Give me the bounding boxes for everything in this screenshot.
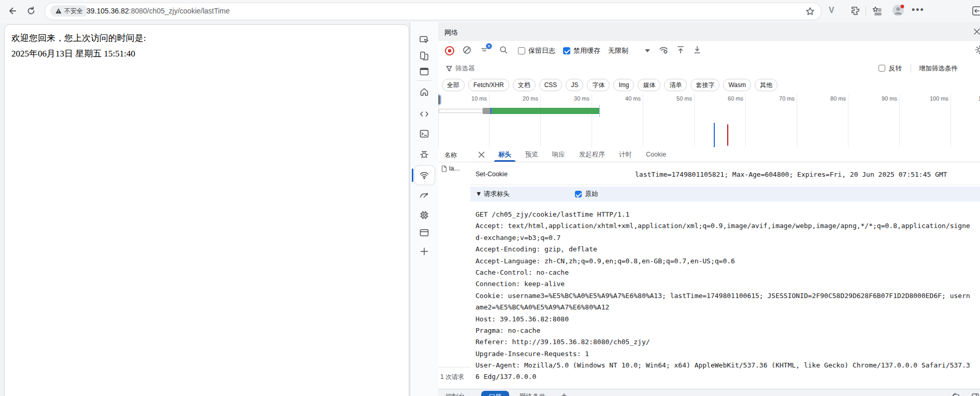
clear-button[interactable]	[463, 46, 471, 56]
filter-chip[interactable]: CSS	[539, 79, 563, 91]
drawer-tab-issues[interactable]: 问题	[481, 391, 509, 396]
record-button[interactable]	[445, 46, 454, 55]
inspect-element-icon[interactable]	[418, 34, 430, 46]
favorites-icon[interactable]	[871, 5, 883, 19]
drawer-toolbar-icon-1[interactable]	[951, 392, 960, 396]
sidebar-toggle-icon[interactable]	[972, 5, 980, 19]
grid-line	[950, 94, 951, 147]
filter-chip[interactable]: 媒体	[638, 79, 660, 91]
page-background: 欢迎您回来，您上次访问的时间是: 2025年06月13日 星期五 15:51:4…	[0, 22, 410, 396]
memory-chip-icon[interactable]	[418, 209, 430, 221]
settings-gear-icon[interactable]	[974, 45, 980, 57]
debugger-bug-icon[interactable]	[418, 148, 430, 161]
filter-chip[interactable]: 全部	[442, 79, 465, 91]
export-har-icon[interactable]	[693, 45, 702, 56]
request-count-label: 1 次请求	[440, 373, 464, 381]
preserve-log-label[interactable]: 保留日志	[528, 46, 555, 55]
detail-tab-bar: 标头 预览 响应 发起程序 计时 Cookie	[470, 147, 980, 162]
filter-chip[interactable]: Fetch/XHR	[468, 79, 509, 91]
drawer-add-tab-icon[interactable]: +	[561, 390, 567, 396]
request-headers-title[interactable]: ▼ 请求标头	[475, 190, 510, 199]
preserve-log-checkbox[interactable]	[518, 47, 525, 54]
throttle-caret-icon[interactable]	[645, 49, 650, 52]
network-overview-timeline[interactable]: 10 ms 20 ms 30 ms 40 ms 50 ms 60 ms 70 m…	[438, 94, 980, 148]
raw-header-line: 6 Edg/137.0.0.0	[475, 371, 979, 383]
raw-headers-label[interactable]: 原始	[585, 190, 598, 199]
web-page-content: 欢迎您回来，您上次访问的时间是: 2025年06月13日 星期五 15:51:4…	[4, 24, 409, 396]
refresh-icon[interactable]	[26, 6, 36, 18]
raw-request-headers: GET /ch05_zjy/cookie/lastTime HTTP/1.1Ac…	[475, 209, 979, 383]
activity-bar-divider	[417, 80, 431, 81]
drawer-tab-console[interactable]: 控制台	[445, 392, 465, 396]
filter-chip[interactable]: 清单	[664, 79, 687, 91]
devtools-close-icon[interactable]	[972, 27, 980, 38]
request-bar-stalled	[483, 108, 490, 114]
search-icon[interactable]	[499, 46, 508, 56]
tab-preview[interactable]: 预览	[525, 147, 538, 162]
devtools-drawer-bar: 控制台 问题 网络条件 +	[438, 389, 980, 396]
filter-chip[interactable]: 文档	[513, 79, 536, 91]
tab-initiator[interactable]: 发起程序	[579, 147, 605, 162]
browser-tab-icon[interactable]	[418, 65, 430, 78]
name-column-header[interactable]: 名称	[438, 147, 470, 162]
network-conditions-icon[interactable]	[658, 45, 669, 57]
bookmark-star-icon[interactable]	[805, 7, 815, 18]
network-panel-title[interactable]: 网络	[444, 28, 458, 37]
network-wifi-icon[interactable]	[418, 169, 430, 181]
filter-chip[interactable]: 其他	[755, 79, 777, 91]
url-text[interactable]: 39.105.36.82:8080/ch05_zjy/cookie/lastTi…	[87, 7, 230, 15]
drawer-toolbar-icon-2[interactable]	[971, 392, 980, 396]
raw-header-line: Accept-Language: zh-CN,zh;q=0.9,en;q=0.8…	[475, 256, 979, 267]
filter-chip[interactable]: JS	[566, 79, 583, 91]
raw-header-line: Cache-Control: no-cache	[475, 267, 979, 278]
raw-header-line: Pragma: no-cache	[475, 325, 979, 336]
request-headers-section-header[interactable]: ▼ 请求标头 原始	[470, 187, 980, 202]
drawer-tab-network-conditions[interactable]: 网络条件	[520, 392, 545, 396]
raw-header-line: Referer: http://39.105.36.82:8080/ch05_z…	[475, 336, 979, 348]
filter-input-placeholder[interactable]: 筛选器	[455, 64, 475, 73]
back-icon[interactable]	[7, 6, 17, 18]
set-cookie-value: lastTime=1749801105821; Max-Age=604800; …	[635, 171, 947, 178]
more-tools-plus-icon[interactable]	[418, 245, 430, 258]
raw-headers-checkbox[interactable]	[575, 191, 582, 197]
close-detail-icon[interactable]	[478, 151, 485, 161]
home-icon[interactable]	[418, 86, 430, 98]
ruler-tick-label: 110 ms	[967, 95, 980, 102]
grid-line	[745, 94, 746, 147]
throttle-select-value[interactable]: 无限制	[608, 46, 628, 55]
filter-chip[interactable]: Wasm	[723, 79, 751, 91]
more-filters-button[interactable]: 增加筛选条件	[919, 64, 958, 73]
extension-v-icon[interactable]: V	[829, 6, 834, 15]
disable-cache-label[interactable]: 禁用缓存	[573, 46, 600, 55]
request-row[interactable]: la…	[438, 162, 470, 175]
filter-chip[interactable]: 字体	[587, 79, 610, 91]
extensions-puzzle-icon[interactable]	[850, 5, 861, 19]
elements-code-icon[interactable]	[418, 108, 430, 120]
request-detail-pane: 标头 预览 响应 发起程序 计时 Cookie Set-Cookie lastT…	[470, 147, 980, 389]
more-menu-icon[interactable]: •••	[912, 5, 925, 16]
overview-drag-handle[interactable]	[438, 95, 440, 104]
disable-cache-checkbox[interactable]	[563, 47, 570, 54]
raw-header-line: Upgrade-Insecure-Requests: 1	[475, 348, 979, 360]
tab-response[interactable]: 响应	[552, 147, 565, 162]
performance-gauge-icon[interactable]	[418, 189, 430, 202]
import-har-icon[interactable]	[676, 45, 685, 56]
console-icon[interactable]	[418, 128, 430, 140]
devtools-panel: 网络 保留日志 禁用缓存 无限制	[410, 22, 980, 396]
address-bar[interactable]: 不安全 39.105.36.82:8080/ch05_zjy/cookie/la…	[45, 3, 822, 20]
filter-chip[interactable]: Img	[613, 79, 634, 91]
raw-header-line: User-Agent: Mozilla/5.0 (Windows NT 10.0…	[475, 360, 979, 371]
ruler-tick-label: 10 ms	[457, 95, 487, 102]
profile-avatar[interactable]	[892, 4, 904, 17]
invert-filter-checkbox[interactable]	[878, 65, 885, 72]
tab-cookie[interactable]: Cookie	[646, 147, 666, 162]
filter-button[interactable]	[480, 45, 489, 56]
tab-headers[interactable]: 标头	[498, 147, 511, 162]
filter-chip[interactable]: 套接字	[690, 79, 719, 91]
application-icon[interactable]	[418, 227, 430, 239]
domcontentloaded-event-line	[714, 123, 715, 147]
tab-timing[interactable]: 计时	[619, 147, 632, 162]
device-emulation-icon[interactable]	[418, 50, 430, 62]
invert-filter-label[interactable]: 反转	[889, 64, 902, 73]
security-badge[interactable]: 不安全	[50, 5, 88, 17]
